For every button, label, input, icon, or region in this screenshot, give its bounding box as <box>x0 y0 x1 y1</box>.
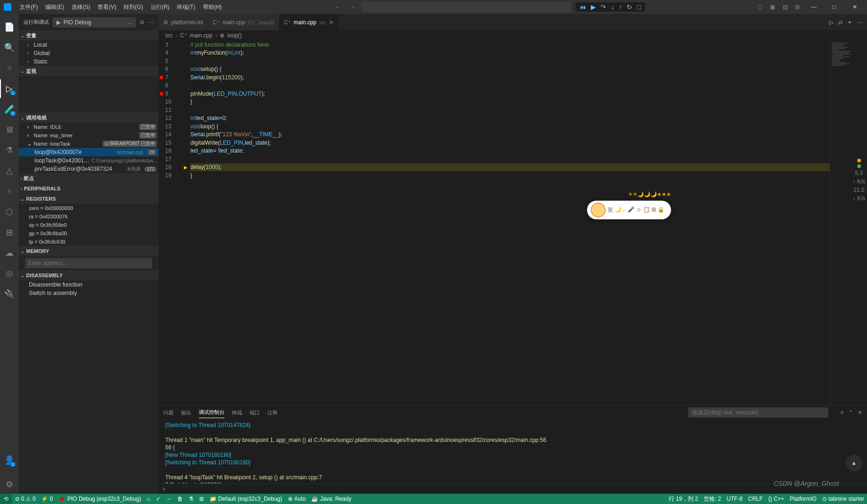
thread-item[interactable]: ⌄Name: loopTask⊡ BREAKPOINT 已暂停 <box>19 140 159 148</box>
command-center-input[interactable] <box>362 2 572 12</box>
register-item[interactable]: sp = 0x3fc958e0 <box>19 221 159 229</box>
indent[interactable]: 空格: 2 <box>701 494 724 504</box>
auto-button[interactable]: ⊕ Auto <box>285 494 309 504</box>
maximize-button[interactable]: □ <box>826 0 843 14</box>
stack-frame[interactable]: prvTaskExitError@0x40387324未知源171 <box>19 165 159 173</box>
debug-action-icon[interactable]: ⏮ <box>578 3 587 11</box>
register-item[interactable]: tp = 0x3fc8c630 <box>19 238 159 246</box>
encoding[interactable]: UTF-8 <box>724 494 745 504</box>
trash-icon[interactable]: 🗑 <box>175 494 186 504</box>
register-item[interactable]: zero = 0x00000000 <box>19 204 159 212</box>
breakpoint-icon[interactable] <box>160 76 163 79</box>
remote-button[interactable]: ⟲ <box>0 494 12 504</box>
eol[interactable]: CRLF <box>745 494 765 504</box>
memory-address-input[interactable] <box>25 258 152 268</box>
registers-section[interactable]: ⌄REGISTERS <box>19 194 159 204</box>
check-icon[interactable]: ✓ <box>153 494 163 504</box>
run-icon[interactable]: ▷ <box>829 19 833 26</box>
panel-tab[interactable]: 终端 <box>232 407 242 418</box>
breadcrumb[interactable]: src› C⁺main.cpp› ⊕loop() <box>159 30 867 41</box>
remote-icon[interactable]: 🖥 <box>0 120 19 139</box>
play-icon[interactable]: ▶ <box>56 19 61 26</box>
nav-back-icon[interactable]: ← <box>332 4 343 10</box>
cursor-pos[interactable]: 行 19，列 2 <box>666 494 701 504</box>
panel-tab[interactable]: 问题 <box>163 407 174 418</box>
watch-section[interactable]: ⌄监视 <box>19 66 159 76</box>
stack-frame[interactable]: loop@0x4200007esrc/main.cpp20 <box>19 148 159 156</box>
debug-target[interactable]: 🐞 PIO Debug (esp32c3_Debug) <box>56 494 144 504</box>
panel-tab[interactable]: 输出 <box>181 407 191 418</box>
env-target[interactable]: 📁 Default (esp32c3_Debug) <box>207 494 285 504</box>
menu-item[interactable]: 选择(S) <box>68 0 94 14</box>
ports-button[interactable]: ⚡ 0 <box>38 494 56 504</box>
debug-action-icon[interactable]: □ <box>636 3 642 11</box>
menu-item[interactable]: 运行(R) <box>147 0 174 14</box>
variable-scope[interactable]: ›Global <box>19 49 159 57</box>
more-icon[interactable]: ⋯ <box>148 19 154 26</box>
callstack-section[interactable]: ⌄调用堆栈 <box>19 112 159 123</box>
cloud-icon[interactable]: ☁ <box>0 244 19 262</box>
account-icon[interactable]: 👤1 <box>0 451 19 469</box>
minimap[interactable] <box>830 41 867 405</box>
filter-input[interactable] <box>688 407 828 418</box>
variable-scope[interactable]: ›Static <box>19 57 159 66</box>
debug-action-icon[interactable]: ▶ <box>589 3 597 11</box>
variables-section[interactable]: ⌄变量 <box>19 30 159 41</box>
explorer-icon[interactable]: 📄 <box>0 18 19 36</box>
stack-frame[interactable]: loopTask@0x42001328C:/Users/songz/.platf… <box>19 156 159 165</box>
moon-icon[interactable]: 🌙 <box>615 206 622 214</box>
spark-icon[interactable]: ✦ <box>847 19 852 26</box>
search-icon[interactable]: 🔍 <box>0 38 19 57</box>
disasm-action[interactable]: Switch to assembly <box>19 289 159 297</box>
debug-action-icon[interactable]: ↻ <box>625 3 634 11</box>
debug-action-icon[interactable]: ↷ <box>599 3 608 11</box>
debug-config-select[interactable]: ▶ PIO Debug ⌄ <box>53 17 136 28</box>
menu-item[interactable]: 转到(G) <box>120 0 147 14</box>
menu-item[interactable]: 终端(T) <box>173 0 199 14</box>
test-icon[interactable]: 🧪2 <box>0 100 19 119</box>
disassembly-section[interactable]: ⌄DISASSEMBLY <box>19 270 159 280</box>
debug-action-icon[interactable]: ↓ <box>609 3 615 11</box>
comma-icon[interactable]: ,· <box>623 206 626 214</box>
triangle-icon[interactable]: △ <box>0 161 19 180</box>
peripherals-section[interactable]: ›PERIPHERALS <box>19 183 159 194</box>
scroll-top-button[interactable]: ▲ <box>846 455 862 471</box>
panel-tab[interactable]: 调试控制台 <box>199 407 224 418</box>
editor-tab[interactable]: C⁺main.cppC:\...\esp32 <box>208 14 280 30</box>
serial-icon[interactable]: ⊞ <box>196 494 207 504</box>
box-icon[interactable]: ⬡ <box>0 203 19 221</box>
thread-item[interactable]: ›Name: IDLE已暂停 <box>19 123 159 131</box>
breakpoints-section[interactable]: ›断点 <box>19 173 159 183</box>
compare-icon[interactable]: ⇄ <box>838 19 843 26</box>
close-tab-icon[interactable]: ✕ <box>329 19 334 26</box>
clip-icon[interactable]: 📋 <box>643 206 650 214</box>
problems-button[interactable]: ⊘ 0 ⚠ 0 <box>12 494 38 504</box>
grid-icon[interactable]: ⊞ <box>651 206 656 214</box>
plug-icon[interactable]: 🔌 <box>0 285 19 303</box>
register-item[interactable]: ra = 0x42000076 <box>19 212 159 221</box>
flask-icon[interactable]: ⚗ <box>186 494 196 504</box>
smile-icon[interactable]: ☺ <box>636 206 642 214</box>
menu-item[interactable]: 查看(V) <box>94 0 120 14</box>
code-editor[interactable]: 345678910111213141516171819 ▶ // put fun… <box>159 41 867 405</box>
layout-icon[interactable]: ▢ <box>755 4 764 10</box>
editor-tab[interactable]: C⁺main.cppsrc✕ <box>280 14 339 30</box>
layout-icon[interactable]: ⊞ <box>793 4 802 10</box>
list-icon[interactable]: ≡ <box>840 409 844 416</box>
tabnine[interactable]: ⊙ tabnine starter <box>819 494 867 504</box>
nav-fwd-icon[interactable]: → <box>347 4 358 10</box>
platformio[interactable]: PlatformIO <box>787 494 819 504</box>
settings-icon[interactable]: ⚙ <box>0 475 19 494</box>
debug-action-icon[interactable]: ↑ <box>617 3 623 11</box>
panel-tab[interactable]: 注释 <box>267 407 278 418</box>
more-icon[interactable]: ⋯ <box>857 19 862 26</box>
close-button[interactable]: ✕ <box>846 0 863 14</box>
close-panel-icon[interactable]: ✕ <box>858 409 862 416</box>
java-status[interactable]: ☕ Java: Ready <box>308 494 354 504</box>
minimize-button[interactable]: — <box>805 0 822 14</box>
language[interactable]: {} C++ <box>766 494 787 504</box>
build-icon[interactable]: → <box>163 494 175 504</box>
scm-icon[interactable]: ⑂ <box>0 59 19 77</box>
mic-icon[interactable]: 🎤 <box>628 206 635 214</box>
breakpoint-icon[interactable] <box>160 92 163 96</box>
